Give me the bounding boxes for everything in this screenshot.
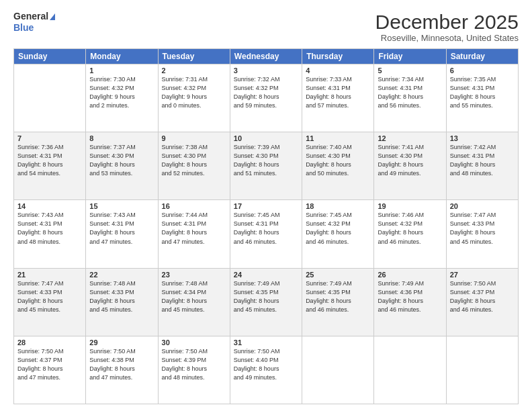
day-cell: 28Sunrise: 7:50 AM Sunset: 4:37 PM Dayli… [14, 336, 86, 404]
day-cell [302, 336, 374, 404]
day-number: 4 [306, 66, 370, 75]
day-info: Sunrise: 7:46 AM Sunset: 4:32 PM Dayligh… [378, 211, 442, 246]
day-info: Sunrise: 7:43 AM Sunset: 4:31 PM Dayligh… [17, 211, 82, 246]
day-number: 28 [17, 338, 82, 347]
day-number: 24 [234, 271, 298, 279]
day-cell: 25Sunrise: 7:49 AM Sunset: 4:35 PM Dayli… [302, 268, 374, 336]
day-cell: 8Sunrise: 7:37 AM Sunset: 4:30 PM Daylig… [86, 132, 158, 200]
day-info: Sunrise: 7:44 AM Sunset: 4:31 PM Dayligh… [162, 211, 226, 246]
column-header-sunday: Sunday [14, 49, 86, 64]
day-number: 20 [450, 202, 515, 210]
day-cell: 22Sunrise: 7:48 AM Sunset: 4:33 PM Dayli… [86, 268, 158, 336]
day-number: 2 [162, 66, 226, 75]
week-row-4: 21Sunrise: 7:47 AM Sunset: 4:33 PM Dayli… [14, 268, 519, 336]
day-cell: 9Sunrise: 7:38 AM Sunset: 4:30 PM Daylig… [158, 132, 230, 200]
day-cell: 10Sunrise: 7:39 AM Sunset: 4:30 PM Dayli… [230, 132, 302, 200]
month-title: December 2025 [375, 11, 519, 33]
day-number: 3 [234, 66, 298, 75]
day-cell: 31Sunrise: 7:50 AM Sunset: 4:40 PM Dayli… [230, 336, 302, 404]
day-number: 10 [234, 134, 298, 142]
day-cell: 16Sunrise: 7:44 AM Sunset: 4:31 PM Dayli… [158, 200, 230, 268]
day-cell: 23Sunrise: 7:48 AM Sunset: 4:34 PM Dayli… [158, 268, 230, 336]
column-header-thursday: Thursday [302, 49, 374, 64]
day-info: Sunrise: 7:47 AM Sunset: 4:33 PM Dayligh… [450, 211, 515, 246]
week-row-2: 7Sunrise: 7:36 AM Sunset: 4:31 PM Daylig… [14, 132, 519, 200]
day-info: Sunrise: 7:37 AM Sunset: 4:30 PM Dayligh… [89, 143, 154, 178]
day-info: Sunrise: 7:39 AM Sunset: 4:30 PM Dayligh… [234, 143, 298, 178]
day-cell: 6Sunrise: 7:35 AM Sunset: 4:31 PM Daylig… [446, 64, 518, 132]
day-info: Sunrise: 7:42 AM Sunset: 4:31 PM Dayligh… [450, 143, 515, 178]
day-number: 30 [162, 338, 226, 347]
logo-line2: Blue [13, 22, 34, 33]
day-cell [374, 336, 446, 404]
logo-line1: General [13, 11, 48, 21]
day-cell: 18Sunrise: 7:45 AM Sunset: 4:32 PM Dayli… [302, 200, 374, 268]
title-block: December 2025 Roseville, Minnesota, Unit… [375, 11, 519, 43]
day-number: 22 [89, 271, 154, 279]
day-cell: 5Sunrise: 7:34 AM Sunset: 4:31 PM Daylig… [374, 64, 446, 132]
location: Roseville, Minnesota, United States [375, 33, 519, 43]
day-number: 16 [162, 202, 226, 210]
day-info: Sunrise: 7:47 AM Sunset: 4:33 PM Dayligh… [17, 279, 82, 314]
day-info: Sunrise: 7:49 AM Sunset: 4:35 PM Dayligh… [234, 279, 298, 314]
day-number: 31 [234, 338, 298, 347]
page: General Blue December 2025 Roseville, Mi… [0, 0, 532, 411]
day-info: Sunrise: 7:33 AM Sunset: 4:31 PM Dayligh… [306, 75, 370, 110]
day-info: Sunrise: 7:49 AM Sunset: 4:36 PM Dayligh… [378, 279, 442, 314]
column-header-tuesday: Tuesday [158, 49, 230, 64]
day-number: 12 [378, 134, 442, 142]
day-info: Sunrise: 7:48 AM Sunset: 4:34 PM Dayligh… [162, 279, 226, 314]
column-header-friday: Friday [374, 49, 446, 64]
day-info: Sunrise: 7:41 AM Sunset: 4:30 PM Dayligh… [378, 143, 442, 178]
day-cell [14, 64, 86, 132]
day-cell: 17Sunrise: 7:45 AM Sunset: 4:31 PM Dayli… [230, 200, 302, 268]
column-header-wednesday: Wednesday [230, 49, 302, 64]
day-cell: 20Sunrise: 7:47 AM Sunset: 4:33 PM Dayli… [446, 200, 518, 268]
day-number: 26 [378, 271, 442, 279]
day-info: Sunrise: 7:50 AM Sunset: 4:38 PM Dayligh… [89, 347, 154, 382]
day-number: 29 [89, 338, 154, 347]
day-info: Sunrise: 7:36 AM Sunset: 4:31 PM Dayligh… [17, 143, 82, 178]
day-cell [446, 336, 518, 404]
day-info: Sunrise: 7:34 AM Sunset: 4:31 PM Dayligh… [378, 75, 442, 110]
logo-text-block: General Blue [13, 11, 55, 34]
day-cell: 30Sunrise: 7:50 AM Sunset: 4:39 PM Dayli… [158, 336, 230, 404]
day-number: 7 [17, 134, 82, 142]
day-cell: 19Sunrise: 7:46 AM Sunset: 4:32 PM Dayli… [374, 200, 446, 268]
day-info: Sunrise: 7:30 AM Sunset: 4:32 PM Dayligh… [89, 75, 154, 110]
day-info: Sunrise: 7:32 AM Sunset: 4:32 PM Dayligh… [234, 75, 298, 110]
day-cell: 13Sunrise: 7:42 AM Sunset: 4:31 PM Dayli… [446, 132, 518, 200]
day-number: 19 [378, 202, 442, 210]
day-info: Sunrise: 7:40 AM Sunset: 4:30 PM Dayligh… [306, 143, 370, 178]
day-cell: 29Sunrise: 7:50 AM Sunset: 4:38 PM Dayli… [86, 336, 158, 404]
day-number: 1 [89, 66, 154, 75]
day-number: 15 [89, 202, 154, 210]
day-cell: 24Sunrise: 7:49 AM Sunset: 4:35 PM Dayli… [230, 268, 302, 336]
day-info: Sunrise: 7:43 AM Sunset: 4:31 PM Dayligh… [89, 211, 154, 246]
day-number: 9 [162, 134, 226, 142]
day-number: 27 [450, 271, 515, 279]
day-cell: 7Sunrise: 7:36 AM Sunset: 4:31 PM Daylig… [14, 132, 86, 200]
day-number: 18 [306, 202, 370, 210]
day-info: Sunrise: 7:50 AM Sunset: 4:39 PM Dayligh… [162, 347, 226, 382]
day-cell: 2Sunrise: 7:31 AM Sunset: 4:32 PM Daylig… [158, 64, 230, 132]
day-cell: 1Sunrise: 7:30 AM Sunset: 4:32 PM Daylig… [86, 64, 158, 132]
day-info: Sunrise: 7:45 AM Sunset: 4:31 PM Dayligh… [234, 211, 298, 246]
day-info: Sunrise: 7:50 AM Sunset: 4:37 PM Dayligh… [17, 347, 82, 382]
day-number: 21 [17, 271, 82, 279]
day-cell: 11Sunrise: 7:40 AM Sunset: 4:30 PM Dayli… [302, 132, 374, 200]
day-info: Sunrise: 7:31 AM Sunset: 4:32 PM Dayligh… [162, 75, 226, 110]
day-cell: 15Sunrise: 7:43 AM Sunset: 4:31 PM Dayli… [86, 200, 158, 268]
day-info: Sunrise: 7:45 AM Sunset: 4:32 PM Dayligh… [306, 211, 370, 246]
column-header-monday: Monday [86, 49, 158, 64]
day-number: 17 [234, 202, 298, 210]
logo-triangle-icon [50, 13, 55, 20]
day-number: 8 [89, 134, 154, 142]
day-number: 23 [162, 271, 226, 279]
day-number: 25 [306, 271, 370, 279]
header: General Blue December 2025 Roseville, Mi… [13, 11, 519, 43]
day-info: Sunrise: 7:48 AM Sunset: 4:33 PM Dayligh… [89, 279, 154, 314]
day-info: Sunrise: 7:50 AM Sunset: 4:37 PM Dayligh… [450, 279, 515, 314]
week-row-1: 1Sunrise: 7:30 AM Sunset: 4:32 PM Daylig… [14, 64, 519, 132]
day-number: 6 [450, 66, 515, 75]
